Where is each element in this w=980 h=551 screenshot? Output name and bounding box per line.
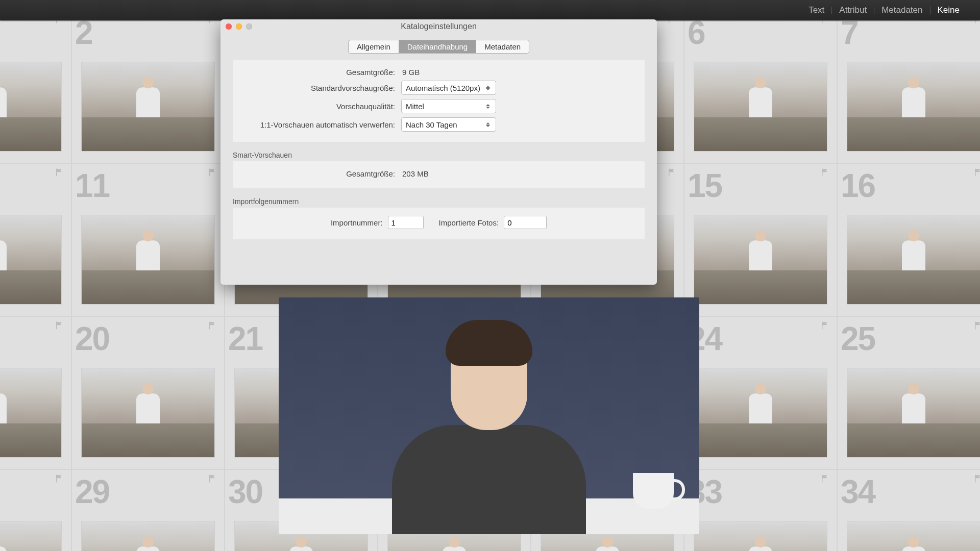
filter-attribute[interactable]: Attribut: [839, 5, 867, 15]
tabbar: Allgemein Dateihandhabung Metadaten: [220, 40, 657, 54]
cell-index: 7: [841, 20, 858, 52]
chevron-updown-icon: [483, 84, 493, 92]
thumbnail-cell[interactable]: 28: [0, 469, 71, 551]
thumbnail-cell[interactable]: 16: [837, 163, 980, 316]
thumbnail-image[interactable]: [847, 521, 980, 551]
thumbnail-cell[interactable]: 10: [0, 163, 71, 316]
flag-icon[interactable]: [55, 20, 64, 24]
previews-panel: Gesamtgröße: 9 GB Standardvorschaugröße:…: [233, 60, 645, 142]
flag-icon[interactable]: [208, 168, 217, 177]
discard-11-select[interactable]: Nach 30 Tagen: [401, 117, 496, 132]
thumbnail-image[interactable]: [694, 62, 827, 152]
thumbnail-cell[interactable]: 25: [837, 316, 980, 469]
flag-icon[interactable]: [820, 20, 829, 24]
chevron-updown-icon: [483, 102, 493, 111]
flag-icon[interactable]: [973, 20, 980, 24]
flag-icon[interactable]: [667, 168, 676, 177]
thumbnail-cell[interactable]: 20: [71, 316, 225, 469]
filter-metadata[interactable]: Metadaten: [881, 5, 922, 15]
flag-icon[interactable]: [973, 321, 980, 330]
thumbnail-cell[interactable]: 2: [71, 20, 225, 163]
catalog-settings-dialog: Katalogeinstellungen Allgemein Dateihand…: [220, 19, 657, 285]
flag-icon[interactable]: [208, 20, 217, 24]
filter-none[interactable]: Keine: [938, 5, 960, 15]
smart-previews-panel: Gesamtgröße: 203 MB: [233, 161, 645, 188]
close-icon[interactable]: [226, 23, 232, 30]
thumbnail-cell[interactable]: 34: [837, 469, 980, 551]
separator-icon: [874, 7, 874, 14]
thumbnail-image[interactable]: [847, 368, 980, 458]
smart-size-label: Gesamtgröße:: [242, 169, 395, 178]
thumbnail-cell[interactable]: 33: [684, 469, 837, 551]
thumbnail-image[interactable]: [81, 62, 215, 152]
thumbnail-image[interactable]: [0, 215, 62, 305]
flag-icon[interactable]: [820, 321, 829, 330]
preview-quality-label: Vorschauqualität:: [242, 102, 395, 111]
flag-icon[interactable]: [820, 474, 829, 483]
filter-text[interactable]: Text: [808, 5, 824, 15]
cell-index: 11: [75, 167, 109, 205]
preview-quality-value: Mittel: [406, 102, 483, 111]
titlebar: Katalogeinstellungen: [220, 19, 657, 34]
cell-index: 16: [841, 167, 875, 205]
flag-icon[interactable]: [55, 321, 64, 330]
import-number-input[interactable]: [388, 216, 424, 229]
thumbnail-image[interactable]: [81, 215, 215, 305]
flag-icon[interactable]: [208, 474, 217, 483]
thumbnail-cell[interactable]: 6: [684, 20, 837, 163]
flag-icon[interactable]: [973, 474, 980, 483]
thumbnail-cell[interactable]: 7: [837, 20, 980, 163]
thumbnail-cell[interactable]: 29: [71, 469, 225, 551]
thumbnail-cell[interactable]: 19: [0, 316, 71, 469]
cell-index: 21: [228, 320, 262, 358]
thumbnail-image[interactable]: [81, 368, 215, 458]
thumbnail-cell[interactable]: 15: [684, 163, 837, 316]
flag-icon[interactable]: [973, 168, 980, 177]
tab-dateihandhabung[interactable]: Dateihandhabung: [399, 40, 476, 54]
thumbnail-cell[interactable]: 11: [71, 163, 225, 316]
cell-index: 29: [75, 473, 109, 511]
thumbnail-image[interactable]: [0, 62, 62, 152]
thumbnail-cell[interactable]: 24: [684, 316, 837, 469]
thumbnail-image[interactable]: [0, 368, 62, 458]
thumbnail-image[interactable]: [0, 521, 62, 551]
cell-index: 20: [75, 320, 109, 358]
flag-icon[interactable]: [55, 168, 64, 177]
total-size-label: Gesamtgröße:: [242, 68, 395, 77]
smart-size-value: 203 MB: [401, 169, 429, 178]
preview-quality-select[interactable]: Mittel: [401, 99, 496, 113]
thumbnail-image[interactable]: [694, 215, 827, 305]
thumbnail-cell[interactable]: 1: [0, 20, 71, 163]
minimize-icon[interactable]: [236, 23, 242, 30]
imported-photos-label: Importierte Fotos:: [439, 218, 499, 227]
imported-photos-input[interactable]: [504, 216, 547, 229]
std-preview-size-label: Standardvorschaugröße:: [242, 84, 395, 92]
discard-11-label: 1:1-Vorschauen automatisch verwerfen:: [242, 120, 395, 129]
flag-icon[interactable]: [55, 474, 64, 483]
cell-index: 6: [688, 20, 705, 52]
fullscreen-icon: [246, 23, 252, 30]
thumbnail-image[interactable]: [694, 368, 827, 458]
library-filter-bar: Text Attribut Metadaten Keine: [0, 0, 980, 20]
thumbnail-image[interactable]: [847, 62, 980, 152]
std-preview-size-select[interactable]: Automatisch (5120px): [401, 81, 496, 95]
import-seq-label: Importfolgenummern: [233, 197, 645, 206]
thumbnail-image[interactable]: [694, 521, 827, 551]
thumbnail-image[interactable]: [81, 521, 215, 551]
cell-index: 15: [688, 167, 722, 205]
import-number-label: Importnummer:: [331, 218, 383, 227]
dialog-title: Katalogeinstellungen: [220, 22, 657, 31]
smart-previews-label: Smart-Vorschauen: [233, 151, 645, 159]
presenter-webcam-overlay: [279, 297, 699, 534]
cell-index: 25: [841, 320, 875, 358]
tab-allgemein[interactable]: Allgemein: [348, 40, 399, 54]
flag-icon[interactable]: [667, 20, 676, 24]
separator-icon: [930, 7, 930, 14]
thumbnail-image[interactable]: [847, 215, 980, 305]
total-size-value: 9 GB: [401, 68, 420, 77]
flag-icon[interactable]: [820, 168, 829, 177]
cell-index: 34: [841, 473, 875, 511]
cell-index: 30: [228, 473, 262, 511]
tab-metadaten[interactable]: Metadaten: [476, 40, 529, 54]
flag-icon[interactable]: [208, 321, 217, 330]
